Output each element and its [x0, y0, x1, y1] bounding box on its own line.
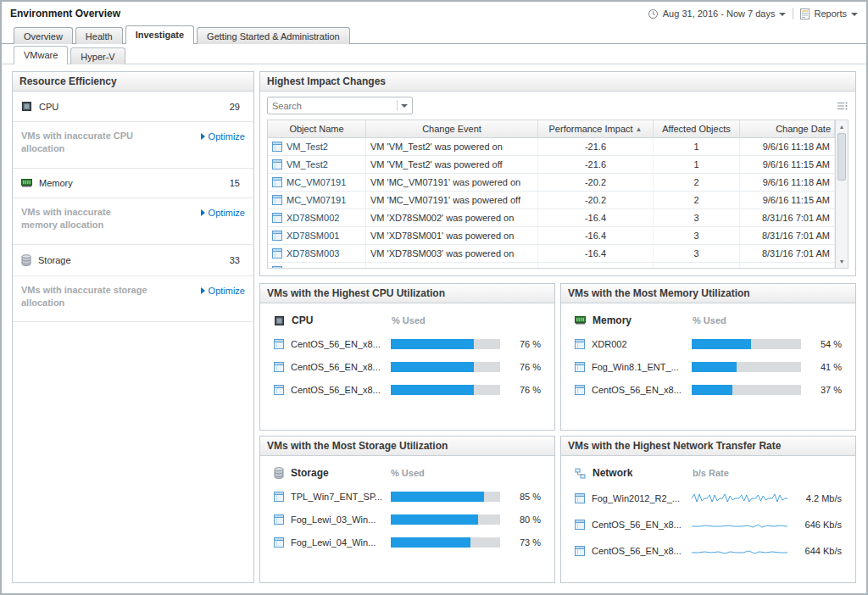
resource-note-row-memory: VMs with inaccurate memory allocation Op…	[13, 198, 253, 245]
table-row[interactable]: XD78SM002 VM 'XD78SM002' was powered on …	[268, 209, 835, 227]
tab-investigate[interactable]: Investigate	[125, 25, 194, 44]
table-toolbar	[267, 97, 849, 114]
arrow-right-icon	[201, 133, 205, 140]
optimize-cpu-link[interactable]: Optimize	[201, 131, 245, 142]
change-date: 8/31/16 7:01 AM	[740, 227, 835, 244]
hypervisor-tabs: VMware Hyper-V	[2, 44, 866, 64]
change-event: VM 'VM_Test2' was powered off	[366, 156, 538, 173]
resource-row-cpu[interactable]: CPU 29	[13, 92, 253, 122]
vm-icon	[272, 231, 282, 241]
column-header-affected-objects[interactable]: Affected Objects	[654, 120, 740, 137]
resource-note-row-storage: VMs with inaccurate storage allocation O…	[13, 276, 253, 323]
scroll-up-icon[interactable]: ▲	[839, 122, 845, 131]
chevron-down-icon	[779, 13, 786, 16]
resource-value: 29	[230, 102, 245, 112]
table-row[interactable]: XD78SM003 VM 'XD78SM003' was powered on …	[268, 245, 835, 263]
table-customizer-icon[interactable]	[837, 101, 849, 111]
memory-utilization-header: Memory % Used	[575, 314, 842, 326]
column-header-change-date[interactable]: Change Date	[740, 120, 835, 137]
object-name: MC_VM07191	[287, 177, 346, 187]
column-header-performance-impact[interactable]: Performance Impact▲	[538, 120, 654, 137]
change-event: VM 'XD78SM003' was powered on	[366, 245, 538, 262]
vertical-scrollbar[interactable]: ▲ ▼	[835, 120, 849, 269]
table-row[interactable]: MC_VM07191 VM 'MC_VM07191' was powered o…	[268, 174, 835, 192]
resource-row-storage[interactable]: Storage 33	[13, 245, 253, 276]
table-row-partial[interactable]	[268, 263, 835, 269]
vm-name: CentOS_56_EN_x8...	[592, 385, 685, 395]
object-name: VM_Test2	[287, 142, 328, 152]
resource-label: Memory	[39, 178, 73, 188]
vm-icon	[274, 339, 284, 349]
resource-note: VMs with inaccurate memory allocation	[21, 206, 148, 232]
list-item[interactable]: CentOS_56_EN_x8... 37 %	[575, 385, 842, 395]
list-item[interactable]: CentOS_56_EN_x8... 76 %	[274, 385, 541, 395]
storage-utilization-header: Storage % Used	[274, 467, 541, 479]
usage-value: 80 %	[507, 514, 541, 525]
affected-objects: 2	[654, 192, 740, 209]
affected-objects: 2	[654, 174, 740, 191]
optimize-memory-link[interactable]: Optimize	[201, 208, 245, 218]
network-icon	[575, 468, 586, 479]
tab-getting-started-administration[interactable]: Getting Started & Administration	[197, 27, 350, 44]
storage-icon	[21, 254, 31, 266]
tab-health[interactable]: Health	[75, 27, 123, 44]
vm-icon	[272, 195, 282, 205]
tab-vmware[interactable]: VMware	[14, 46, 68, 64]
list-item[interactable]: CentOS_56_EN_x8... 76 %	[274, 362, 541, 372]
table-row[interactable]: XD78SM001 VM 'XD78SM001' was powered on …	[268, 227, 835, 245]
affected-objects: 3	[654, 245, 740, 262]
column-header-change-event[interactable]: Change Event	[366, 120, 538, 137]
list-item[interactable]: CentOS_56_EN_x8... 646 Kb/s	[575, 518, 842, 531]
right-column: Highest Impact Changes	[259, 71, 856, 583]
list-item[interactable]: Fog_Win2012_R2_... 4.2 Mb/s	[575, 492, 842, 505]
list-item[interactable]: CentOS_56_EN_x8... 644 Kb/s	[575, 544, 842, 558]
transfer-rate-value: 4.2 Mb/s	[794, 493, 842, 503]
optimize-storage-link[interactable]: Optimize	[201, 286, 245, 296]
time-range-label: Aug 31, 2016 - Now 7 days	[663, 8, 776, 19]
change-event: VM 'XD78SM002' was powered on	[366, 209, 538, 226]
sort-ascending-icon: ▲	[636, 125, 643, 133]
storage-utilization-title: VMs with the Most Storage Utilization	[260, 437, 554, 456]
affected-objects: 1	[654, 138, 740, 155]
usage-value: 76 %	[507, 339, 541, 349]
vm-name: Fog_Win2012_R2_...	[592, 493, 685, 503]
tab-overview[interactable]: Overview	[14, 27, 73, 44]
main-tabs: Overview Health Investigate Getting Star…	[2, 23, 866, 44]
network-sparkline	[692, 492, 787, 505]
table-row[interactable]: VM_Test2 VM 'VM_Test2' was powered on -2…	[268, 138, 835, 156]
vm-name: Fog_Lewi_03_Win...	[291, 514, 384, 525]
scrollbar-thumb[interactable]	[837, 133, 846, 181]
object-name: XD78SM002	[287, 213, 339, 223]
list-item[interactable]: Fog_Lewi_03_Win... 80 %	[274, 514, 541, 525]
search-input[interactable]	[272, 101, 383, 111]
table-row[interactable]: VM_Test2 VM 'VM_Test2' was powered off -…	[268, 156, 835, 174]
performance-impact: -21.6	[538, 138, 654, 155]
search-icon[interactable]	[383, 101, 393, 111]
vm-name: TPL_Win7_ENT_SP...	[291, 492, 384, 502]
cpu-utilization-panel: VMs with the Highest CPU Utilization CPU…	[259, 283, 555, 431]
usage-value: 76 %	[507, 385, 541, 395]
list-item[interactable]: Fog_Lewi_04_Win... 73 %	[274, 537, 541, 548]
search-options-chevron-icon[interactable]	[401, 104, 408, 108]
list-item[interactable]: CentOS_56_EN_x8... 76 %	[274, 339, 541, 349]
arrow-right-icon	[201, 287, 205, 294]
list-item[interactable]: Fog_Win8.1_ENT_... 41 %	[575, 362, 842, 372]
memory-icon	[21, 178, 32, 188]
change-event: VM 'MC_VM07191' was powered on	[366, 174, 538, 191]
tab-hyper-v[interactable]: Hyper-V	[70, 47, 125, 64]
clock-icon	[648, 8, 659, 19]
time-range-selector[interactable]: Aug 31, 2016 - Now 7 days	[648, 8, 787, 19]
table-row[interactable]: MC_VM07191 VM 'MC_VM07191' was powered o…	[268, 192, 835, 209]
vm-icon	[575, 385, 585, 395]
object-name: VM_Test2	[287, 159, 328, 170]
column-header-object-name[interactable]: Object Name	[268, 120, 366, 137]
vm-icon	[274, 537, 284, 548]
resource-row-memory[interactable]: Memory 15	[13, 169, 253, 198]
reports-menu[interactable]: Reports	[800, 8, 858, 19]
list-item[interactable]: XDR002 54 %	[575, 339, 842, 349]
value-column-header: % Used	[693, 315, 726, 325]
chevron-down-icon	[851, 13, 858, 16]
list-item[interactable]: TPL_Win7_ENT_SP... 85 %	[274, 492, 541, 502]
scroll-down-icon[interactable]: ▼	[839, 257, 845, 266]
value-column-header: % Used	[391, 468, 425, 478]
